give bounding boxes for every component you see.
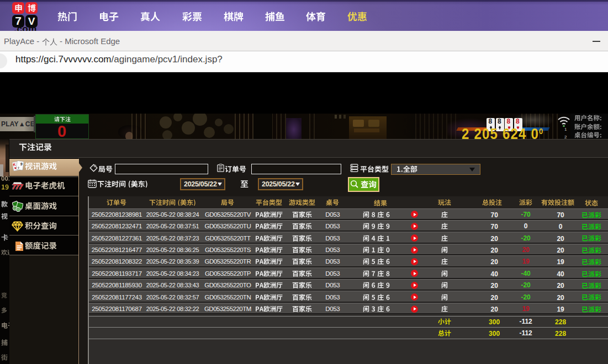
svg-text:777: 777 <box>12 183 23 191</box>
